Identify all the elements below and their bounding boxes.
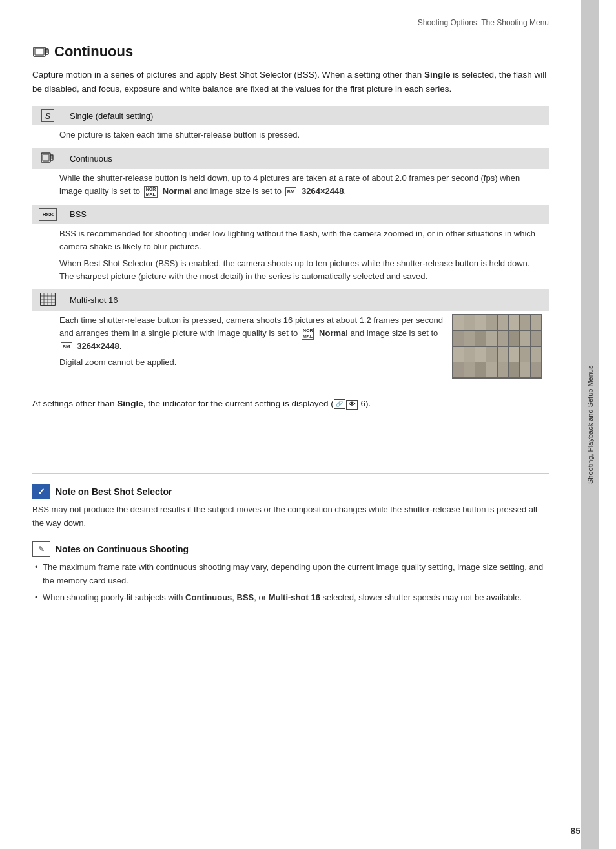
bss-icon: BSS — [39, 208, 57, 221]
multishot-icon-cell — [32, 289, 63, 311]
single-icon: S — [41, 109, 54, 122]
note-continuous-title: Notes on Continuous Shooting — [56, 544, 189, 554]
table-row-single-body: One picture is taken each time shutter-r… — [32, 125, 549, 148]
table-row-single-header: S Single (default setting) — [32, 106, 549, 125]
single-label: Single (default setting) — [63, 106, 549, 125]
continuous-icon — [32, 45, 50, 59]
intro-paragraph: Capture motion in a series of pictures a… — [32, 68, 549, 96]
table-row-multishot-header: Multi-shot 16 — [32, 289, 549, 311]
bullet-item-1: The maximum frame rate with continuous s… — [32, 561, 549, 587]
ref-icon: 🔗 — [334, 399, 345, 409]
ref-icon-wrapper: 🔗 — [334, 399, 346, 409]
bss-label: BSS — [63, 205, 549, 224]
note-continuous-header: ✎ Notes on Continuous Shooting — [32, 541, 549, 557]
note-pencil-icon: ✎ — [32, 541, 50, 557]
single-icon-cell: S — [32, 106, 63, 125]
nor-mal-icon-2: NORMAL — [302, 328, 316, 340]
note-bss-body: BSS may not produce the desired results … — [32, 503, 549, 530]
svg-rect-6 — [43, 154, 49, 161]
spacer — [32, 424, 549, 463]
note-continuous-body: The maximum frame rate with continuous s… — [32, 561, 549, 603]
note-bss-title: Note on Best Shot Selector — [56, 487, 172, 497]
continuous-icon-cell — [32, 148, 63, 169]
page-number: 85 — [570, 826, 580, 836]
normal-bold: Normal — [163, 186, 192, 196]
svg-rect-7 — [50, 155, 53, 160]
table-row-continuous-body: While the shutter-release button is held… — [32, 169, 549, 204]
at-settings-paragraph: At settings other than Single, the indic… — [32, 397, 549, 411]
continuous-desc: While the shutter-release button is held… — [32, 169, 549, 204]
continuous-table-icon — [41, 151, 55, 164]
side-tab: Shooting, Playback and Setup Menus — [581, 0, 599, 849]
size-bold-2: 3264×2448 — [77, 341, 119, 351]
continuous-label: Continuous — [63, 148, 549, 169]
multishot-desc: Each time shutter-release button is pres… — [32, 311, 549, 385]
table-row-bss-header: BSS BSS — [32, 205, 549, 224]
bss-desc: BSS is recommended for shooting under lo… — [32, 224, 549, 290]
size-icon-continuous: BM — [285, 187, 298, 196]
note-bss-icon: ✓ — [32, 484, 50, 499]
page-header: Shooting Options: The Shooting Menu — [32, 13, 549, 37]
divider-1 — [32, 473, 549, 474]
single-desc: One picture is taken each time shutter-r… — [32, 125, 549, 148]
section-title-area: Continuous — [32, 43, 549, 60]
section-title: Continuous — [54, 43, 133, 60]
ref-number: 👁 — [346, 400, 358, 410]
header-title: Shooting Options: The Shooting Menu — [418, 18, 549, 27]
continuous-bullet-list: The maximum frame rate with continuous s… — [32, 561, 549, 603]
single-bold: Single — [117, 399, 143, 408]
svg-rect-1 — [35, 48, 44, 55]
size-bold: 3264×2448 — [302, 186, 344, 196]
note-bss-header: ✓ Note on Best Shot Selector — [32, 484, 549, 499]
table-row-bss-body: BSS is recommended for shooting under lo… — [32, 224, 549, 290]
note-bss: ✓ Note on Best Shot Selector BSS may not… — [32, 484, 549, 530]
settings-table: S Single (default setting) One picture i… — [32, 106, 549, 385]
table-row-continuous-header: Continuous — [32, 148, 549, 169]
table-row-multishot-body: Each time shutter-release button is pres… — [32, 311, 549, 385]
multishot-thumbnail — [452, 314, 542, 379]
bss-icon-cell: BSS — [32, 205, 63, 224]
svg-rect-2 — [45, 49, 48, 54]
note-continuous: ✎ Notes on Continuous Shooting The maxim… — [32, 541, 549, 603]
multishot-icon — [40, 293, 56, 306]
multishot-text: Each time shutter-release button is pres… — [59, 314, 444, 379]
bullet-item-2: When shooting poorly-lit subjects with C… — [32, 591, 549, 604]
size-icon-multishot: BM — [61, 342, 74, 351]
nor-mal-icon: NORMAL — [144, 186, 158, 198]
multishot-label: Multi-shot 16 — [63, 289, 549, 311]
normal-bold-2: Normal — [319, 328, 348, 338]
